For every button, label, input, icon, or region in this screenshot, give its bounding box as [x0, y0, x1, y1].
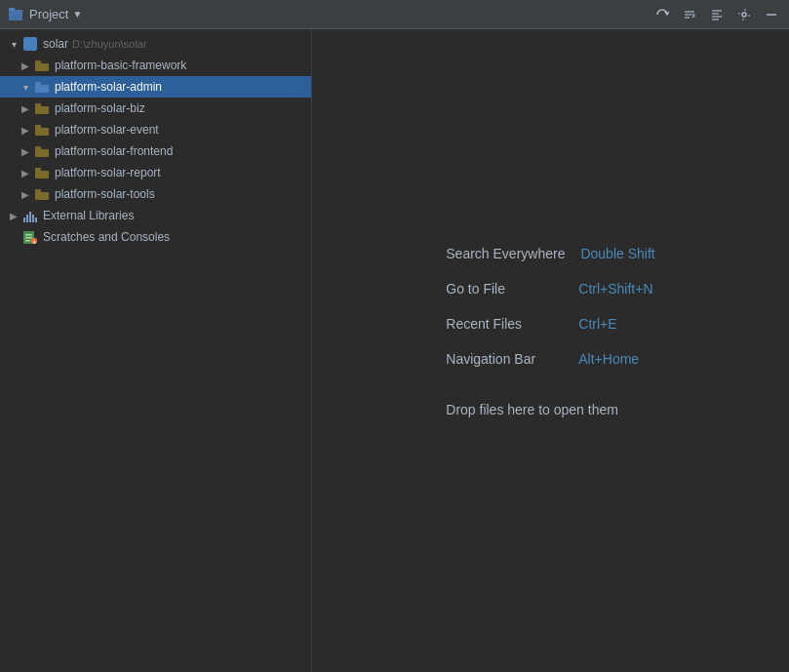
hint-label-0: Search Everywhere — [446, 246, 565, 261]
hint-label-1: Go to File — [446, 281, 563, 296]
hint-label-3: Navigation Bar — [446, 351, 563, 367]
toolbar-actions — [652, 5, 781, 24]
scratches-icon: ★ — [22, 229, 38, 245]
settings-button[interactable] — [734, 5, 754, 24]
root-arrow: ▾ — [8, 38, 20, 50]
folder-icon-5 — [34, 165, 50, 180]
project-title: Project — [29, 7, 68, 21]
item-label-1: platform-solar-admin — [55, 80, 162, 94]
tree-root-solar[interactable]: ▾ solar D:\zhuyun\solar — [0, 33, 311, 55]
folder-icon-6 — [34, 186, 50, 202]
svg-rect-14 — [25, 240, 30, 242]
hint-row-2: Recent Files Ctrl+E — [446, 316, 654, 332]
drop-hint-label: Drop files here to open them — [446, 402, 618, 417]
tree-item-platform-basic-framework[interactable]: ▶ platform-basic-framework — [0, 55, 311, 76]
tree-item-platform-solar-admin[interactable]: ▾ platform-solar-admin — [0, 76, 311, 98]
hint-shortcut-1: Ctrl+Shift+N — [578, 281, 652, 296]
tree-item-platform-solar-report[interactable]: ▶ platform-solar-report — [0, 162, 311, 183]
root-path: D:\zhuyun\solar — [72, 38, 146, 50]
svg-point-9 — [742, 13, 746, 17]
hint-row-3: Navigation Bar Alt+Home — [446, 351, 654, 367]
svg-rect-0 — [9, 10, 22, 20]
project-icon — [8, 7, 23, 22]
folder-icon-1 — [34, 79, 50, 95]
hint-shortcut-0: Double Shift — [580, 246, 654, 261]
sync-button[interactable] — [652, 5, 672, 24]
project-dropdown-arrow[interactable]: ▼ — [72, 9, 82, 20]
root-folder-icon — [22, 36, 38, 52]
item-arrow-5: ▶ — [20, 167, 31, 178]
item-label-5: platform-solar-report — [55, 166, 161, 179]
scratches-label: Scratches and Consoles — [43, 230, 170, 244]
root-label: solar — [43, 37, 68, 51]
item-label-2: platform-solar-biz — [55, 101, 145, 115]
folder-icon-4 — [34, 143, 50, 159]
item-arrow-0: ▶ — [20, 59, 31, 71]
folder-icon-0 — [34, 58, 50, 73]
tree-item-external-libraries[interactable]: ▶ External Libraries — [0, 205, 311, 226]
hint-table: Search Everywhere Double Shift Go to Fil… — [446, 246, 654, 417]
main-area: ▾ solar D:\zhuyun\solar ▶ platform-basic… — [0, 29, 789, 672]
tree-item-platform-solar-frontend[interactable]: ▶ platform-solar-frontend — [0, 140, 311, 162]
item-label-6: platform-solar-tools — [55, 187, 155, 201]
svg-rect-13 — [25, 237, 32, 239]
collapse-button[interactable] — [707, 5, 727, 24]
ext-lib-icon — [22, 208, 38, 223]
svg-rect-12 — [25, 234, 32, 236]
title-bar: Project ▼ — [0, 0, 789, 29]
item-arrow-4: ▶ — [20, 145, 31, 157]
hint-shortcut-3: Alt+Home — [578, 351, 639, 367]
tree-item-scratches[interactable]: ▶ ★ Scratches and Consoles — [0, 226, 311, 248]
tree-item-platform-solar-biz[interactable]: ▶ platform-solar-biz — [0, 98, 311, 119]
hint-shortcut-2: Ctrl+E — [578, 316, 616, 332]
item-arrow-3: ▶ — [20, 124, 31, 136]
item-arrow-6: ▶ — [20, 188, 31, 200]
project-sidebar[interactable]: ▾ solar D:\zhuyun\solar ▶ platform-basic… — [0, 29, 312, 672]
folder-icon-3 — [34, 122, 50, 138]
ext-lib-arrow: ▶ — [8, 210, 20, 221]
item-label-0: platform-basic-framework — [55, 59, 186, 72]
tree-item-platform-solar-tools[interactable]: ▶ platform-solar-tools — [0, 183, 311, 205]
item-label-3: platform-solar-event — [55, 123, 159, 137]
item-arrow-2: ▶ — [20, 102, 31, 114]
item-arrow-1: ▾ — [20, 81, 31, 93]
ext-lib-label: External Libraries — [43, 209, 134, 222]
hint-label-2: Recent Files — [446, 316, 563, 332]
tree-item-platform-solar-event[interactable]: ▶ platform-solar-event — [0, 119, 311, 140]
sort-button[interactable] — [680, 5, 699, 24]
svg-rect-1 — [9, 8, 15, 11]
hint-row-1: Go to File Ctrl+Shift+N — [446, 281, 654, 296]
hide-button[interactable] — [762, 5, 781, 24]
drop-hint-row: Drop files here to open them — [446, 394, 654, 417]
hint-row-0: Search Everywhere Double Shift — [446, 246, 654, 261]
folder-icon-2 — [34, 100, 50, 116]
content-area: Search Everywhere Double Shift Go to Fil… — [312, 29, 789, 672]
item-label-4: platform-solar-frontend — [55, 144, 173, 158]
